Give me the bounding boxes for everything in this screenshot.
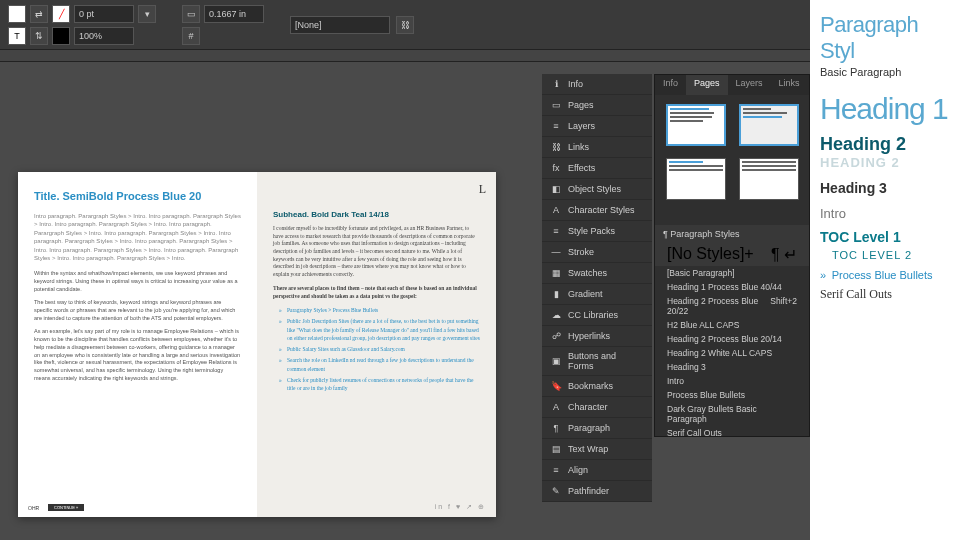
layers-icon: ≡ [550,120,562,132]
paragraph-styles-panel: ¶ Paragraph Styles [No Styles]+¶ ↵ [Basi… [655,225,809,436]
bullet-list[interactable]: Paragraphy Styles > Process Blue Bullets… [273,306,480,392]
subhead[interactable]: Subhead. Bold Dark Teal 14/18 [273,210,480,219]
corner-marker: L [479,182,486,197]
strip-buttons-and-forms[interactable]: ▣Buttons and Forms [542,347,652,376]
preview-h2: Heading 2 [820,134,950,155]
serif-bold-paragraph[interactable]: There are several places to find them – … [273,285,480,300]
preview-basic: Basic Paragraph [820,66,950,78]
para-style-item[interactable]: Process Blue Bullets [655,388,809,402]
bullet-item[interactable]: Public Job Description Sites (there are … [279,317,480,342]
para-style-item[interactable]: Heading 2 White ALL CAPS [655,346,809,360]
pages-icon: ▭ [550,99,562,111]
strip-text-wrap[interactable]: ▤Text Wrap [542,439,652,460]
strip-align[interactable]: ≡Align [542,460,652,481]
swap-icon[interactable]: ⇅ [30,27,48,45]
no-fill-icon[interactable]: ╱ [52,5,70,23]
page-thumbnail[interactable] [666,158,726,200]
cc-libraries-icon: ☁ [550,309,562,321]
para-style-item[interactable]: Heading 2 Process Blue 20/14 [655,332,809,346]
document-canvas[interactable]: Title. SemiBold Process Blue 20 Intro pa… [0,62,810,540]
style-dropdown[interactable] [290,16,390,34]
para-style-item[interactable]: [Basic Paragraph] [655,266,809,280]
preview-toc1: TOC Level 1 [820,229,950,245]
chain-icon[interactable]: ⛓ [396,16,414,34]
strip-cc-libraries[interactable]: ☁CC Libraries [542,305,652,326]
page-spread: Title. SemiBold Process Blue 20 Intro pa… [18,172,496,517]
right-page[interactable]: L Subhead. Bold Dark Teal 14/18 I consid… [257,172,496,517]
body-paragraph[interactable]: Within the syntax and what/how/impact el… [34,270,241,293]
para-style-item[interactable]: Heading 1 Process Blue 40/44 [655,280,809,294]
fill-swatch[interactable] [8,5,26,23]
zoom-input[interactable] [74,27,134,45]
panel-tab-layers[interactable]: Layers [728,75,771,95]
preview-heading: Paragraph Styl [820,12,950,64]
strip-character[interactable]: ACharacter [542,397,652,418]
panel-tab-pages[interactable]: Pages [686,75,728,95]
page-thumbnail[interactable] [739,158,799,200]
doc-title[interactable]: Title. SemiBold Process Blue 20 [34,190,241,202]
buttons-and-forms-icon: ▣ [550,355,562,367]
strip-character-styles[interactable]: ACharacter Styles [542,200,652,221]
page-thumbnail[interactable] [739,104,799,146]
para-style-item[interactable]: Serif Call Outs [655,426,809,436]
preview-toc2: TOC LEVEL 2 [832,249,950,261]
preview-serif: Serif Call Outs [820,287,950,302]
strip-style-packs[interactable]: ≡Style Packs [542,221,652,242]
bullet-item[interactable]: Public Salary Sites such as Glassdoor an… [279,345,480,353]
stroke-weight-input[interactable] [74,5,134,23]
stroke-style-dropdown[interactable]: ▾ [138,5,156,23]
panel-tab-info[interactable]: Info [655,75,686,95]
bullet-item[interactable]: Paragraphy Styles > Process Blue Bullets [279,306,480,314]
strip-hyperlinks[interactable]: ☍Hyperlinks [542,326,652,347]
color-swatch[interactable] [52,27,70,45]
swatches-icon: ▦ [550,267,562,279]
measure-input[interactable] [204,5,264,23]
page-thumbnail[interactable] [666,104,726,146]
body-paragraph[interactable]: As an example, let's say part of my role… [34,328,241,382]
panel-header[interactable]: ¶ Paragraph Styles [655,225,809,243]
current-style[interactable]: [No Styles]+¶ ↵ [655,243,809,266]
para-style-item[interactable]: Intro [655,374,809,388]
strip-effects[interactable]: fxEffects [542,158,652,179]
strip-layers[interactable]: ≡Layers [542,116,652,137]
paragraph-icon: ¶ [550,422,562,434]
character-styles-icon: A [550,204,562,216]
left-page[interactable]: Title. SemiBold Process Blue 20 Intro pa… [18,172,257,517]
bullet-item[interactable]: Search the role on LinkedIn nd read thro… [279,356,480,373]
body-paragraph[interactable]: The best way to think of keywords, keywo… [34,299,241,322]
arrow-icon[interactable]: ⇄ [30,5,48,23]
serif-paragraph[interactable]: I consider myself to be incredibly fortu… [273,225,480,279]
intro-paragraph[interactable]: Intro paragraph. Parargraph Styles > Int… [34,212,241,262]
strip-object-styles[interactable]: ◧Object Styles [542,179,652,200]
strip-pages[interactable]: ▭Pages [542,95,652,116]
panel-tab-links[interactable]: Links [771,75,808,95]
text-tool-icon[interactable]: T [8,27,26,45]
panel-tabs: InfoPagesLayersLinks [655,75,809,95]
hash-icon[interactable]: # [182,27,200,45]
strip-stroke[interactable]: —Stroke [542,242,652,263]
strip-links[interactable]: ⛓Links [542,137,652,158]
para-style-item[interactable]: Dark Gray Bullets Basic Paragraph [655,402,809,426]
preview-h1: Heading 1 [820,92,950,126]
preview-bullets: » Process Blue Bullets [820,269,950,281]
para-style-item[interactable]: Heading 2 Process Blue 20/22Shift+2 [655,294,809,318]
continue-button[interactable]: CONTINUE » [48,504,84,511]
bullet-item[interactable]: Check for publicly listed resumes of con… [279,376,480,393]
strip-paragraph[interactable]: ¶Paragraph [542,418,652,439]
strip-bookmarks[interactable]: 🔖Bookmarks [542,376,652,397]
preview-intro: Intro [820,206,950,221]
social-icons: in f ♥ ↗ ⊕ [435,503,486,511]
footer-logo: OHR [28,505,39,511]
stroke-icon: — [550,246,562,258]
strip-gradient[interactable]: ▮Gradient [542,284,652,305]
para-style-item[interactable]: H2 Blue ALL CAPS [655,318,809,332]
pages-panel[interactable] [655,95,809,225]
strip-info[interactable]: ℹInfo [542,74,652,95]
align-icon: ≡ [550,464,562,476]
strip-swatches[interactable]: ▦Swatches [542,263,652,284]
measure-icon[interactable]: ▭ [182,5,200,23]
para-style-item[interactable]: Heading 3 [655,360,809,374]
strip-pathfinder[interactable]: ✎Pathfinder [542,481,652,502]
links-icon: ⛓ [550,141,562,153]
bookmarks-icon: 🔖 [550,380,562,392]
